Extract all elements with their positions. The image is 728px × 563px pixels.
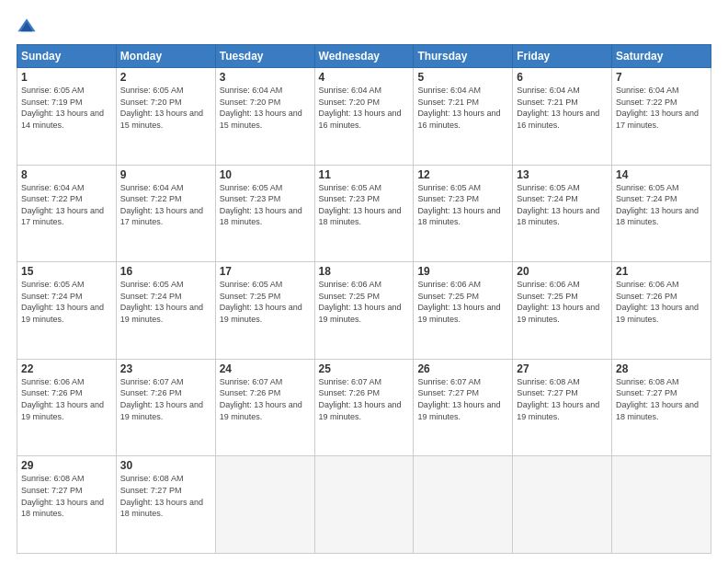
day-info: Sunrise: 6:07 AMSunset: 7:26 PMDaylight:…	[220, 376, 311, 422]
day-header-friday: Friday	[513, 45, 612, 68]
day-info: Sunrise: 6:07 AMSunset: 7:26 PMDaylight:…	[319, 376, 410, 422]
day-info: Sunrise: 6:04 AMSunset: 7:22 PMDaylight:…	[120, 182, 211, 228]
day-number: 16	[120, 265, 211, 278]
day-info: Sunrise: 6:06 AMSunset: 7:25 PMDaylight:…	[417, 279, 508, 325]
day-info: Sunrise: 6:05 AMSunset: 7:24 PMDaylight:…	[517, 182, 608, 228]
calendar-cell	[314, 456, 414, 554]
header	[17, 17, 711, 37]
day-number: 9	[120, 168, 211, 181]
day-number: 29	[21, 459, 112, 472]
day-info: Sunrise: 6:05 AMSunset: 7:19 PMDaylight:…	[21, 85, 112, 131]
day-number: 28	[616, 362, 707, 375]
day-number: 12	[417, 168, 508, 181]
calendar-cell: 9Sunrise: 6:04 AMSunset: 7:22 PMDaylight…	[116, 165, 215, 262]
day-info: Sunrise: 6:04 AMSunset: 7:22 PMDaylight:…	[21, 182, 112, 228]
logo	[17, 17, 40, 37]
day-number: 14	[616, 168, 707, 181]
day-number: 8	[21, 168, 112, 181]
day-number: 11	[319, 168, 410, 181]
day-number: 25	[319, 362, 410, 375]
calendar-cell: 10Sunrise: 6:05 AMSunset: 7:23 PMDayligh…	[215, 165, 314, 262]
calendar-table: SundayMondayTuesdayWednesdayThursdayFrid…	[17, 44, 711, 554]
calendar-cell: 20Sunrise: 6:06 AMSunset: 7:25 PMDayligh…	[513, 262, 612, 360]
day-header-wednesday: Wednesday	[314, 45, 414, 68]
day-number: 5	[417, 71, 508, 84]
page: SundayMondayTuesdayWednesdayThursdayFrid…	[0, 0, 728, 563]
calendar-cell: 6Sunrise: 6:04 AMSunset: 7:21 PMDaylight…	[513, 68, 612, 166]
calendar-cell: 17Sunrise: 6:05 AMSunset: 7:25 PMDayligh…	[215, 262, 314, 360]
day-info: Sunrise: 6:06 AMSunset: 7:25 PMDaylight:…	[319, 279, 410, 325]
calendar-week-2: 8Sunrise: 6:04 AMSunset: 7:22 PMDaylight…	[17, 165, 711, 262]
day-info: Sunrise: 6:05 AMSunset: 7:20 PMDaylight:…	[120, 85, 211, 131]
calendar-week-5: 29Sunrise: 6:08 AMSunset: 7:27 PMDayligh…	[17, 456, 711, 554]
calendar-cell: 24Sunrise: 6:07 AMSunset: 7:26 PMDayligh…	[215, 359, 314, 456]
calendar-cell	[215, 456, 314, 554]
calendar-cell: 19Sunrise: 6:06 AMSunset: 7:25 PMDayligh…	[414, 262, 513, 360]
calendar-cell	[414, 456, 513, 554]
calendar-cell: 14Sunrise: 6:05 AMSunset: 7:24 PMDayligh…	[612, 165, 711, 262]
calendar-cell: 25Sunrise: 6:07 AMSunset: 7:26 PMDayligh…	[314, 359, 414, 456]
day-number: 7	[616, 71, 707, 84]
day-header-monday: Monday	[116, 45, 215, 68]
calendar-cell: 8Sunrise: 6:04 AMSunset: 7:22 PMDaylight…	[17, 165, 117, 262]
day-number: 23	[120, 362, 211, 375]
calendar-cell: 1Sunrise: 6:05 AMSunset: 7:19 PMDaylight…	[17, 68, 117, 166]
day-number: 27	[517, 362, 608, 375]
calendar-cell: 26Sunrise: 6:07 AMSunset: 7:27 PMDayligh…	[414, 359, 513, 456]
day-number: 22	[21, 362, 112, 375]
day-info: Sunrise: 6:05 AMSunset: 7:24 PMDaylight:…	[120, 279, 211, 325]
day-header-thursday: Thursday	[414, 45, 513, 68]
day-number: 15	[21, 265, 112, 278]
calendar-cell: 4Sunrise: 6:04 AMSunset: 7:20 PMDaylight…	[314, 68, 414, 166]
calendar-cell: 27Sunrise: 6:08 AMSunset: 7:27 PMDayligh…	[513, 359, 612, 456]
calendar-cell: 15Sunrise: 6:05 AMSunset: 7:24 PMDayligh…	[17, 262, 117, 360]
calendar-cell: 18Sunrise: 6:06 AMSunset: 7:25 PMDayligh…	[314, 262, 414, 360]
day-number: 4	[319, 71, 410, 84]
day-number: 20	[517, 265, 608, 278]
calendar-cell: 2Sunrise: 6:05 AMSunset: 7:20 PMDaylight…	[116, 68, 215, 166]
calendar-cell	[612, 456, 711, 554]
day-number: 17	[220, 265, 311, 278]
calendar-cell: 7Sunrise: 6:04 AMSunset: 7:22 PMDaylight…	[612, 68, 711, 166]
day-info: Sunrise: 6:06 AMSunset: 7:26 PMDaylight:…	[21, 376, 112, 422]
day-number: 6	[517, 71, 608, 84]
calendar-cell: 28Sunrise: 6:08 AMSunset: 7:27 PMDayligh…	[612, 359, 711, 456]
calendar-week-1: 1Sunrise: 6:05 AMSunset: 7:19 PMDaylight…	[17, 68, 711, 166]
calendar-cell: 12Sunrise: 6:05 AMSunset: 7:23 PMDayligh…	[414, 165, 513, 262]
day-header-saturday: Saturday	[612, 45, 711, 68]
calendar-cell: 13Sunrise: 6:05 AMSunset: 7:24 PMDayligh…	[513, 165, 612, 262]
calendar-cell: 3Sunrise: 6:04 AMSunset: 7:20 PMDaylight…	[215, 68, 314, 166]
day-header-sunday: Sunday	[17, 45, 117, 68]
day-info: Sunrise: 6:04 AMSunset: 7:20 PMDaylight:…	[319, 85, 410, 131]
day-info: Sunrise: 6:05 AMSunset: 7:23 PMDaylight:…	[220, 182, 311, 228]
day-info: Sunrise: 6:08 AMSunset: 7:27 PMDaylight:…	[120, 473, 211, 519]
day-info: Sunrise: 6:05 AMSunset: 7:23 PMDaylight:…	[319, 182, 410, 228]
calendar-cell: 11Sunrise: 6:05 AMSunset: 7:23 PMDayligh…	[314, 165, 414, 262]
day-number: 19	[417, 265, 508, 278]
day-info: Sunrise: 6:04 AMSunset: 7:21 PMDaylight:…	[517, 85, 608, 131]
day-number: 24	[220, 362, 311, 375]
calendar-header-row: SundayMondayTuesdayWednesdayThursdayFrid…	[17, 45, 711, 68]
day-info: Sunrise: 6:08 AMSunset: 7:27 PMDaylight:…	[21, 473, 112, 519]
day-number: 2	[120, 71, 211, 84]
day-info: Sunrise: 6:04 AMSunset: 7:21 PMDaylight:…	[417, 85, 508, 131]
day-number: 21	[616, 265, 707, 278]
day-info: Sunrise: 6:06 AMSunset: 7:26 PMDaylight:…	[616, 279, 707, 325]
day-number: 10	[220, 168, 311, 181]
day-info: Sunrise: 6:04 AMSunset: 7:22 PMDaylight:…	[616, 85, 707, 131]
day-info: Sunrise: 6:05 AMSunset: 7:25 PMDaylight:…	[220, 279, 311, 325]
calendar-cell: 29Sunrise: 6:08 AMSunset: 7:27 PMDayligh…	[17, 456, 117, 554]
calendar-cell: 30Sunrise: 6:08 AMSunset: 7:27 PMDayligh…	[116, 456, 215, 554]
calendar-cell: 16Sunrise: 6:05 AMSunset: 7:24 PMDayligh…	[116, 262, 215, 360]
day-info: Sunrise: 6:05 AMSunset: 7:24 PMDaylight:…	[616, 182, 707, 228]
calendar-cell: 22Sunrise: 6:06 AMSunset: 7:26 PMDayligh…	[17, 359, 117, 456]
day-info: Sunrise: 6:07 AMSunset: 7:27 PMDaylight:…	[417, 376, 508, 422]
calendar-cell: 21Sunrise: 6:06 AMSunset: 7:26 PMDayligh…	[612, 262, 711, 360]
day-number: 30	[120, 459, 211, 472]
calendar-cell	[513, 456, 612, 554]
day-number: 13	[517, 168, 608, 181]
calendar-week-4: 22Sunrise: 6:06 AMSunset: 7:26 PMDayligh…	[17, 359, 711, 456]
day-number: 3	[220, 71, 311, 84]
day-info: Sunrise: 6:07 AMSunset: 7:26 PMDaylight:…	[120, 376, 211, 422]
day-number: 26	[417, 362, 508, 375]
